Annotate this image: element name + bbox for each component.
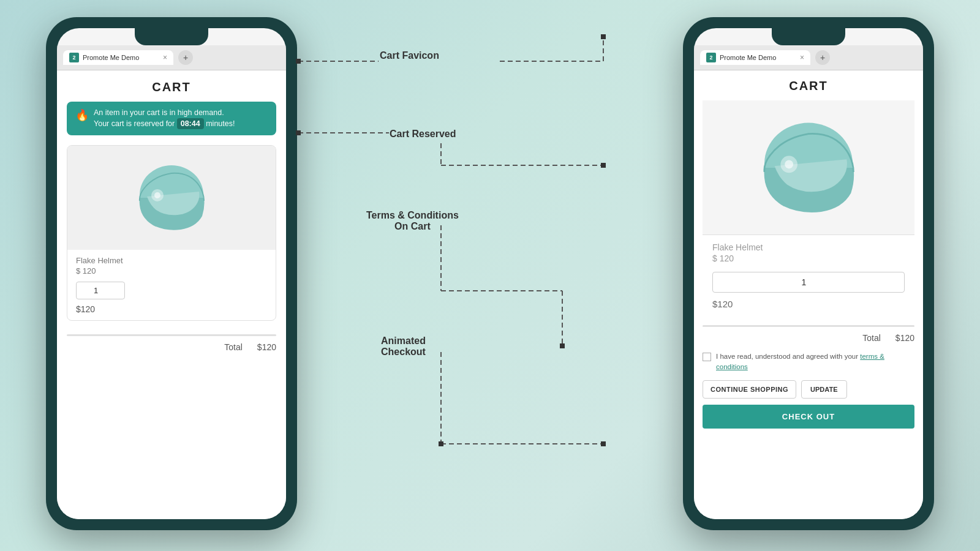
right-total-row: Total $120: [703, 333, 914, 343]
left-cart-content: CART 🔥 An item in your cart is in high d…: [57, 70, 286, 519]
terms-conditions-label: Terms & Conditions On Cart: [366, 199, 459, 232]
left-tab-favicon: 2: [69, 53, 79, 62]
left-total-value: $120: [257, 342, 276, 352]
banner-after: minutes!: [206, 119, 235, 128]
svg-rect-10: [601, 34, 606, 39]
right-notch: [772, 28, 845, 45]
continue-shopping-button[interactable]: CONTINUE SHOPPING: [703, 380, 796, 399]
left-notch: [135, 28, 208, 45]
left-quantity-input[interactable]: [76, 282, 125, 299]
svg-point-5: [785, 160, 793, 168]
left-product-info: Flake Helmet $ 120 $120: [67, 250, 276, 320]
left-browser-tab[interactable]: 2 Promote Me Demo ×: [63, 50, 173, 65]
right-product-image: [703, 100, 914, 235]
left-tab-title: Promote Me Demo: [83, 54, 159, 61]
right-phone: 2 Promote Me Demo × + CART: [683, 17, 934, 530]
right-tab-favicon: 2: [706, 53, 716, 62]
right-product-name: Flake Helmet: [712, 242, 905, 252]
svg-point-2: [154, 192, 160, 198]
right-phone-screen: 2 Promote Me Demo × + CART: [694, 28, 923, 519]
left-product-card: Flake Helmet $ 120 $120: [67, 145, 276, 321]
reservation-banner: 🔥 An item in your cart is in high demand…: [67, 102, 276, 135]
left-cart-footer: Total $120: [67, 329, 276, 365]
fire-icon: 🔥: [75, 108, 89, 122]
left-divider: [67, 334, 276, 336]
left-product-image: [67, 146, 276, 250]
cart-reserved-label: Cart Reserved: [390, 129, 456, 140]
right-cart-title: CART: [703, 79, 914, 93]
right-new-tab-button[interactable]: +: [815, 50, 830, 65]
left-cart-title: CART: [67, 80, 276, 94]
right-product-price: $ 120: [712, 253, 905, 263]
svg-rect-19: [560, 343, 565, 348]
left-new-tab-button[interactable]: +: [178, 50, 193, 65]
right-browser-chrome: 2 Promote Me Demo × +: [694, 45, 923, 70]
right-line-total: $120: [712, 299, 905, 309]
banner-bold: Your cart is reserved for: [94, 119, 175, 128]
svg-rect-15: [601, 163, 606, 168]
right-browser-tab[interactable]: 2 Promote Me Demo ×: [700, 50, 810, 65]
terms-text: I have read, understood and agreed with …: [716, 351, 914, 373]
left-tab-close-icon[interactable]: ×: [163, 53, 167, 62]
right-total-value: $120: [895, 333, 914, 343]
animated-checkout-label: Animated Checkout: [381, 324, 426, 358]
cart-timer: 08:44: [177, 118, 204, 129]
action-buttons: CONTINUE SHOPPING UPDATE: [703, 380, 914, 399]
left-total-row: Total $120: [67, 342, 276, 352]
banner-text: An item in your cart is in high demand. …: [94, 108, 235, 129]
terms-checkbox[interactable]: [703, 353, 711, 361]
right-helmet-svg: [753, 116, 864, 220]
right-total-label: Total: [862, 333, 881, 343]
helmet-svg: [132, 161, 211, 234]
terms-row: I have read, understood and agreed with …: [703, 351, 914, 373]
checkout-button[interactable]: CHECK OUT: [703, 405, 914, 429]
left-phone-screen: 2 Promote Me Demo × + CART 🔥 An item in …: [57, 28, 286, 519]
left-phone: 2 Promote Me Demo × + CART 🔥 An item in …: [46, 17, 297, 530]
left-product-price: $ 120: [76, 266, 267, 276]
update-button[interactable]: UPDATE: [801, 380, 846, 399]
left-line-total: $120: [76, 304, 267, 314]
right-cart-content: CART Flake Helmet $ 120 $120: [694, 70, 923, 519]
right-divider: [703, 325, 914, 327]
right-product-info: Flake Helmet $ 120 $120: [703, 242, 914, 325]
left-browser-chrome: 2 Promote Me Demo × +: [57, 45, 286, 70]
left-total-label: Total: [224, 342, 243, 352]
banner-line1: An item in your cart is in high demand.: [94, 108, 224, 117]
svg-rect-22: [439, 441, 443, 446]
left-product-name: Flake Helmet: [76, 256, 267, 265]
right-cart-footer: Total $120 I have read, understood and a…: [703, 325, 914, 435]
right-tab-title: Promote Me Demo: [720, 54, 796, 61]
cart-favicon-label: Cart Favicon: [380, 50, 439, 61]
svg-rect-23: [601, 441, 606, 446]
right-tab-close-icon[interactable]: ×: [800, 53, 804, 62]
right-quantity-input[interactable]: [712, 272, 905, 293]
